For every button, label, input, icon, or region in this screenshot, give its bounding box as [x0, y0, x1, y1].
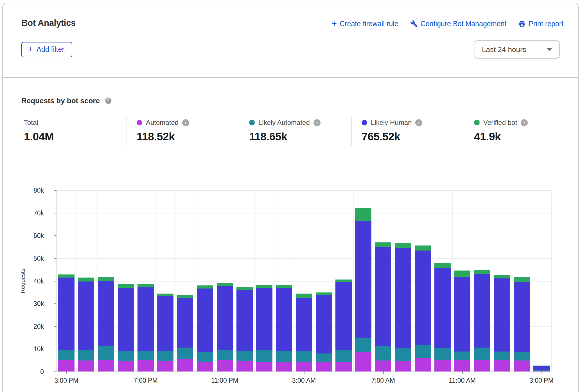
bar-11-00-pm[interactable]: [217, 283, 233, 371]
bar-segment-verified-bot[interactable]: [197, 285, 213, 289]
bar-segment-likely-automated[interactable]: [395, 348, 411, 361]
bar-segment-automated[interactable]: [197, 362, 213, 371]
bar-segment-automated[interactable]: [355, 352, 371, 371]
bar-segment-likely-automated[interactable]: [296, 351, 312, 362]
bar-segment-automated[interactable]: [454, 360, 470, 371]
bar-segment-likely-automated[interactable]: [98, 346, 114, 360]
bar-segment-likely-human[interactable]: [514, 282, 530, 353]
bar-segment-automated[interactable]: [98, 360, 114, 371]
bar-segment-likely-human[interactable]: [98, 281, 114, 346]
bar-segment-likely-human[interactable]: [335, 282, 352, 350]
bar-segment-likely-automated[interactable]: [78, 350, 94, 360]
bar-segment-automated[interactable]: [78, 361, 94, 372]
bar-segment-verified-bot[interactable]: [375, 242, 391, 247]
bar-7-00-am[interactable]: [375, 242, 391, 371]
bar-7-00-pm[interactable]: [137, 284, 154, 371]
bar-segment-automated[interactable]: [58, 360, 75, 371]
bar-segment-likely-human[interactable]: [256, 288, 272, 350]
info-icon[interactable]: i: [415, 119, 422, 126]
bar-11-00-am[interactable]: [454, 271, 470, 371]
bar-segment-automated[interactable]: [514, 361, 530, 371]
bar-8-00-pm[interactable]: [157, 294, 173, 371]
bar-segment-likely-human[interactable]: [217, 286, 233, 350]
bar-segment-likely-automated[interactable]: [335, 350, 352, 361]
bar-segment-likely-human[interactable]: [316, 295, 332, 353]
add-filter-button[interactable]: + Add filter: [21, 42, 72, 57]
bar-3-00-pm[interactable]: [533, 366, 550, 371]
bar-segment-likely-automated[interactable]: [177, 348, 193, 359]
bar-segment-likely-automated[interactable]: [316, 353, 332, 362]
bar-6-00-am[interactable]: [355, 208, 371, 371]
bar-3-00-pm[interactable]: [58, 274, 75, 371]
bar-segment-automated[interactable]: [296, 362, 312, 371]
bar-segment-likely-automated[interactable]: [494, 352, 510, 360]
bar-segment-automated[interactable]: [395, 361, 411, 371]
bar-segment-verified-bot[interactable]: [177, 295, 193, 298]
bar-segment-likely-automated[interactable]: [375, 346, 391, 361]
bar-segment-verified-bot[interactable]: [137, 284, 154, 287]
bar-segment-automated[interactable]: [236, 361, 253, 371]
bar-segment-likely-automated[interactable]: [276, 351, 292, 361]
bar-segment-verified-bot[interactable]: [454, 271, 470, 277]
bar-segment-likely-human[interactable]: [276, 288, 292, 351]
create-firewall-rule-link[interactable]: + Create firewall rule: [332, 20, 398, 28]
bar-segment-verified-bot[interactable]: [98, 277, 114, 281]
bar-segment-likely-automated[interactable]: [514, 352, 530, 361]
bar-12-00-pm[interactable]: [474, 270, 490, 371]
bar-segment-likely-automated[interactable]: [256, 350, 272, 362]
bar-segment-likely-human[interactable]: [415, 251, 431, 345]
bar-segment-likely-human[interactable]: [157, 296, 173, 351]
bar-segment-verified-bot[interactable]: [236, 287, 253, 290]
info-icon[interactable]: i: [182, 119, 189, 126]
bar-segment-verified-bot[interactable]: [217, 283, 233, 286]
bar-segment-likely-human[interactable]: [494, 278, 510, 352]
bar-segment-likely-human[interactable]: [197, 289, 213, 352]
bar-segment-likely-automated[interactable]: [415, 345, 431, 359]
bar-segment-likely-human[interactable]: [58, 278, 75, 350]
bar-6-00-pm[interactable]: [118, 284, 134, 371]
bar-segment-likely-automated[interactable]: [434, 348, 451, 360]
bar-segment-automated[interactable]: [217, 360, 233, 371]
bar-5-00-pm[interactable]: [98, 277, 114, 371]
bar-segment-likely-human[interactable]: [474, 274, 490, 347]
info-icon[interactable]: i: [521, 119, 528, 126]
bar-segment-automated[interactable]: [256, 362, 272, 371]
bar-segment-likely-human[interactable]: [236, 290, 253, 352]
bar-segment-automated[interactable]: [118, 361, 134, 371]
bar-2-00-am[interactable]: [276, 285, 292, 371]
bar-12-00-am[interactable]: [236, 287, 253, 371]
bar-segment-likely-human[interactable]: [355, 221, 371, 338]
bar-segment-verified-bot[interactable]: [335, 280, 352, 282]
bar-segment-likely-human[interactable]: [395, 248, 411, 348]
bar-segment-verified-bot[interactable]: [415, 245, 431, 251]
bar-segment-likely-automated[interactable]: [197, 352, 213, 361]
bar-segment-automated[interactable]: [157, 361, 173, 371]
bar-segment-automated[interactable]: [434, 360, 451, 371]
bar-segment-likely-human[interactable]: [177, 298, 193, 348]
bar-segment-likely-automated[interactable]: [454, 352, 470, 360]
bar-9-00-pm[interactable]: [177, 295, 193, 371]
time-range-dropdown[interactable]: Last 24 hours: [475, 40, 560, 58]
print-report-link[interactable]: Print report: [518, 20, 563, 28]
bar-segment-verified-bot[interactable]: [58, 274, 75, 278]
bar-segment-likely-human[interactable]: [434, 268, 451, 348]
bar-8-00-am[interactable]: [395, 243, 411, 371]
bar-segment-likely-automated[interactable]: [118, 351, 134, 361]
bar-9-00-am[interactable]: [415, 245, 431, 371]
bar-segment-verified-bot[interactable]: [355, 208, 371, 221]
bar-10-00-am[interactable]: [434, 263, 451, 371]
bar-segment-automated[interactable]: [415, 358, 431, 371]
bar-segment-automated[interactable]: [177, 359, 193, 371]
bar-segment-automated[interactable]: [316, 362, 332, 371]
bar-segment-verified-bot[interactable]: [157, 294, 173, 296]
bar-segment-verified-bot[interactable]: [395, 243, 411, 248]
bar-1-00-pm[interactable]: [494, 275, 510, 371]
bar-segment-likely-automated[interactable]: [58, 350, 75, 360]
bar-segment-automated[interactable]: [474, 360, 490, 371]
bar-segment-verified-bot[interactable]: [118, 284, 134, 288]
bar-3-00-am[interactable]: [296, 294, 312, 371]
bar-segment-likely-human[interactable]: [533, 366, 550, 370]
configure-bot-management-link[interactable]: Configure Bot Management: [410, 20, 507, 28]
bar-segment-verified-bot[interactable]: [316, 292, 332, 295]
bar-segment-verified-bot[interactable]: [296, 294, 312, 298]
